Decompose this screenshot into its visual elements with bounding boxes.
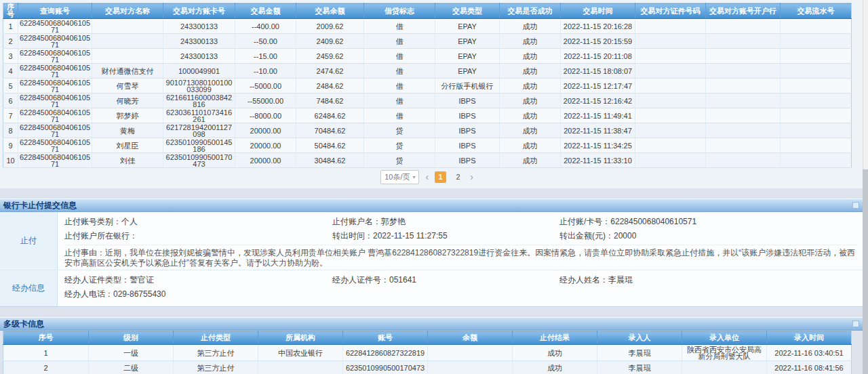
table-cell: 成功 [500, 138, 561, 153]
table-cell: 20000.00 [235, 153, 296, 168]
table-cell [428, 361, 513, 374]
table-cell: 刘星臣 [92, 138, 163, 153]
table-cell: EPAY [435, 64, 500, 79]
column-header: 录入人 [597, 331, 682, 345]
column-header: 交易流水号 [781, 3, 852, 19]
field-row: 止付账户所在银行： 转出时间：2022-11-15 11:27:55 转出金额(… [64, 226, 863, 241]
table-cell: 6228450068040610571 [18, 19, 92, 34]
table-cell: 243300133 [163, 34, 235, 49]
column-header: 借贷标志 [364, 3, 435, 19]
table-cell [92, 34, 163, 49]
table-cell [781, 49, 852, 64]
field-row: 止付账号类别：个人 止付账户名：郭梦艳 止付账/卡号：6228450068040… [64, 212, 863, 226]
collapse-icon[interactable] [852, 202, 859, 209]
table-cell: 成功 [500, 19, 561, 34]
table-cell: EPAY [435, 49, 500, 64]
column-header: 序号 [3, 331, 89, 345]
table-cell: 50484.62 [296, 138, 364, 153]
page-button-2[interactable]: 2 [452, 171, 464, 183]
table-row: 46228450068040610571财付通微信支付1000049901--1… [3, 64, 852, 79]
column-header: 止付结果 [513, 331, 597, 345]
table-cell: EPAY [435, 19, 500, 34]
table-cell [706, 123, 781, 138]
vertical-scrollbar[interactable] [863, 0, 868, 374]
table-cell: 借 [364, 79, 435, 94]
table-cell [635, 49, 706, 64]
table-cell: 成功 [500, 123, 561, 138]
prev-page-button[interactable]: ‹ [425, 172, 429, 182]
group-label: 止付 [0, 212, 58, 270]
table-cell: 2022-11-16 03:40:51 [767, 345, 852, 361]
table-cell: 一级 [89, 345, 174, 361]
table-cell: 成功 [500, 153, 561, 168]
table-cell: 6228450068040610571 [18, 108, 92, 123]
table-cell: IBPS [435, 138, 500, 153]
table-cell [781, 19, 852, 34]
table-cell: 1 [3, 19, 18, 34]
table-cell: --400.00 [235, 19, 296, 34]
column-header: 查询账号 [18, 3, 92, 19]
table-cell: 第三方止付 [174, 345, 258, 361]
table-cell: 4 [3, 64, 18, 79]
table-cell: 8 [3, 123, 18, 138]
table-cell: 5 [3, 79, 18, 94]
agent-info-group: 经办信息 经办人证件类型：警官证 经办人证件号：051641 经办人姓名：李晨琨… [0, 270, 863, 306]
page-button-1[interactable]: 1 [435, 171, 446, 183]
pagination: 10条/页 ▾ ‹ 1 2 › [3, 167, 851, 186]
table-cell: 6228412860827322819 [343, 345, 428, 361]
table-cell: 二级 [89, 361, 174, 374]
table-cell: 30484.62 [296, 153, 364, 168]
table-cell [635, 108, 706, 123]
table-cell: 243300133 [163, 19, 235, 34]
table-cell: 1000049901 [163, 64, 235, 79]
table-cell [706, 64, 781, 79]
table-cell: IBPS [435, 94, 500, 108]
scrollbar-thumb[interactable] [863, 169, 868, 374]
column-header: 交易对方证件号码 [635, 3, 706, 19]
table-cell: 2409.62 [296, 34, 364, 49]
table-cell: 陕西省西安市公安局高新分局刑警大队 [682, 345, 767, 361]
table-cell: 贷 [364, 123, 435, 138]
table-row: 86228450068040610571黄梅621728194200112709… [3, 123, 852, 138]
table-cell: 成功 [500, 79, 561, 94]
table-cell: 2022-11-15 11:34:25 [561, 138, 635, 153]
table-cell: IBPS [435, 153, 500, 168]
table-cell [428, 345, 513, 361]
field-account-name: 止付账户名：郭梦艳 [332, 217, 559, 226]
collapse-icon[interactable] [852, 320, 859, 327]
column-header: 账号 [343, 331, 428, 345]
table-cell: 2009.62 [296, 19, 364, 34]
table-cell: 2022-11-15 20:11:08 [561, 49, 635, 64]
stop-payment-reason: 止付事由：近期，我单位在接报刘妮被骗警情中，发现涉案人员利用贵单位相关账户 曹鸿… [64, 245, 857, 268]
section-bar-multi-card: 多级卡信息 [0, 317, 863, 331]
page-size-select[interactable]: 10条/页 ▾ [380, 170, 419, 184]
column-header: 录入单位 [682, 331, 767, 345]
chevron-down-icon: ▾ [412, 174, 415, 180]
next-page-button[interactable]: › [470, 172, 473, 182]
table-cell: 成功 [500, 108, 561, 123]
table-row: 1一级第三方止付中国农业银行6228412860827322819成功李晨琨陕西… [3, 345, 852, 361]
table-cell [635, 79, 706, 94]
table-cell [781, 108, 852, 123]
table-cell [706, 108, 781, 123]
column-header: 交易余额 [296, 3, 364, 19]
table-header-row: 序号查询账号交易对方名称交易对方账卡号交易金额交易余额借贷标志交易类型交易是否成… [3, 3, 852, 19]
table-cell [706, 153, 781, 168]
table-row: 2二级第三方止付6235010990500170473成功李晨琨2022-11-… [3, 361, 852, 374]
table-row: 96228450068040610571刘星臣62350109905001451… [3, 138, 852, 153]
table-cell: 6235010990500170473 [163, 153, 235, 168]
transactions-table: 序号查询账号交易对方名称交易对方账卡号交易金额交易余额借贷标志交易类型交易是否成… [3, 3, 852, 168]
table-cell: IBPS [435, 123, 500, 138]
table-cell: 借 [364, 49, 435, 64]
table-cell: IBPS [435, 108, 500, 123]
table-cell [781, 64, 852, 79]
table-cell: 2022-11-15 12:16:42 [561, 94, 635, 108]
table-row: 106228450068040610571刘佳62350109905001704… [3, 153, 852, 168]
table-cell: 成功 [513, 345, 597, 361]
column-header: 交易对方名称 [92, 3, 163, 19]
table-cell: 郭梦婷 [92, 108, 163, 123]
table-cell [706, 34, 781, 49]
table-row: 36228450068040610571243300133--15.002459… [3, 49, 852, 64]
table-cell: --5000.00 [235, 79, 296, 94]
table-cell [635, 34, 706, 49]
